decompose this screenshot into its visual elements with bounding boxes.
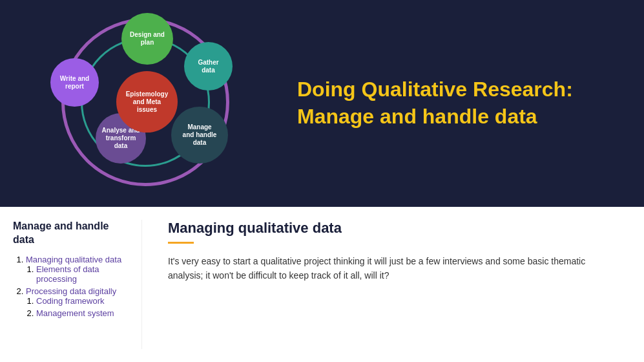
circle-write[interactable]: Write andreport [50, 58, 99, 107]
sidebar-subitem-2: Coding framework [36, 296, 129, 306]
sidebar-sublist-1: Elements of data processing [26, 264, 129, 284]
sidebar-link-processing[interactable]: Processing data digitally [26, 286, 116, 296]
sidebar-item-2: Processing data digitally Coding framewo… [26, 286, 129, 318]
sidebar-link-elements[interactable]: Elements of data processing [36, 264, 99, 284]
sidebar-link-managing[interactable]: Managing qualitative data [26, 255, 121, 264]
circle-manage[interactable]: Manageand handledata [171, 107, 228, 164]
circle-design[interactable]: Design andplan [121, 13, 173, 65]
section-title: Managing qualitative data [168, 220, 618, 237]
sidebar-item-1: Managing qualitative data Elements of da… [26, 255, 129, 284]
sidebar-subitem-3: Management system [36, 308, 129, 318]
main-content: Managing qualitative data It's very easy… [142, 220, 644, 349]
circle-epistem[interactable]: Epistemologyand Metaissues [116, 71, 178, 133]
title-underline [168, 242, 194, 244]
circle-gather[interactable]: Gatherdata [184, 42, 233, 90]
sidebar-title: Manage and handle data [13, 220, 129, 247]
sidebar-subitem-1: Elements of data processing [36, 264, 129, 284]
sidebar: Manage and handle data Managing qualitat… [0, 220, 142, 349]
sidebar-sublist-2: Coding framework Management system [26, 296, 129, 318]
sidebar-link-management[interactable]: Management system [36, 308, 114, 318]
hero-title: Doing Qualitative Research: Manage and h… [297, 76, 618, 130]
hero-text: Doing Qualitative Research: Manage and h… [271, 76, 618, 130]
section-body: It's very easy to start a qualitative pr… [168, 254, 618, 283]
sidebar-nav: Managing qualitative data Elements of da… [13, 255, 129, 318]
diagram-container: Design andplan Gatherdata Manageand hand… [26, 6, 271, 200]
content-section: Manage and handle data Managing qualitat… [0, 207, 644, 362]
hero-section: Design andplan Gatherdata Manageand hand… [0, 0, 644, 207]
sidebar-link-coding[interactable]: Coding framework [36, 296, 105, 306]
